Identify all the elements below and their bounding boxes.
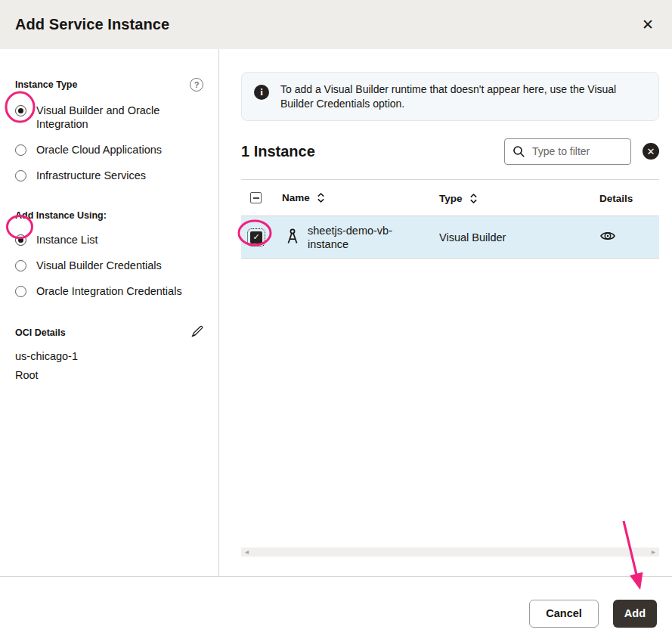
dialog-body: Instance Type ? Visual Builder and Oracl… <box>0 49 672 576</box>
sort-icon[interactable] <box>469 193 478 204</box>
column-header-details: Details <box>599 193 633 204</box>
radio-oracle-integration-credentials[interactable]: Oracle Integration Credentials <box>15 284 203 298</box>
radio-icon <box>15 170 26 181</box>
radio-visual-builder-credentials[interactable]: Visual Builder Credentials <box>15 259 203 272</box>
instance-count-heading: 1 Instance <box>241 143 315 160</box>
edit-pencil-icon[interactable] <box>190 325 203 340</box>
sidebar: Instance Type ? Visual Builder and Oracl… <box>0 49 219 576</box>
radio-icon <box>15 286 26 297</box>
radio-icon <box>15 105 26 116</box>
instance-table: Name Type <box>241 179 659 557</box>
instance-type-label: Instance Type <box>15 79 77 90</box>
radio-oracle-cloud-applications[interactable]: Oracle Cloud Applications <box>15 143 203 157</box>
filter-input[interactable] <box>532 145 623 157</box>
radio-icon <box>15 234 26 246</box>
oci-compartment: Root <box>15 369 203 381</box>
instance-name: sheetjs-demo-vb-instance <box>308 224 407 251</box>
horizontal-scrollbar[interactable]: ◂ ▸ <box>241 547 659 557</box>
radio-icon <box>15 144 26 156</box>
table-empty-area <box>241 259 659 547</box>
info-banner-text: To add a Visual Builder runtime that doe… <box>280 82 646 110</box>
info-icon: i <box>254 85 269 100</box>
search-icon <box>513 145 525 158</box>
table-row[interactable]: ✓ sheetjs-demo-vb-instance Visual Bu <box>241 216 659 259</box>
scroll-right-icon[interactable]: ▸ <box>652 548 655 556</box>
dialog-title: Add Service Instance <box>15 16 169 33</box>
sort-icon[interactable] <box>317 192 325 203</box>
visual-builder-instance-icon <box>285 228 300 247</box>
cancel-button[interactable]: Cancel <box>529 600 599 628</box>
row-checkbox[interactable]: ✓ <box>250 231 262 244</box>
close-icon[interactable]: ✕ <box>639 14 657 35</box>
main-panel: i To add a Visual Builder runtime that d… <box>219 49 672 576</box>
clear-filter-icon[interactable]: ✕ <box>643 143 659 160</box>
add-instance-using-label: Add Instance Using: <box>15 210 107 221</box>
radio-infrastructure-services[interactable]: Infrastructure Services <box>15 169 203 182</box>
radio-icon <box>15 260 26 271</box>
select-all-checkbox[interactable] <box>250 192 262 203</box>
help-icon[interactable]: ? <box>190 78 203 92</box>
info-banner: i To add a Visual Builder runtime that d… <box>241 72 659 121</box>
oci-details-label: OCI Details <box>15 327 66 338</box>
add-button[interactable]: Add <box>613 600 657 628</box>
details-eye-icon[interactable] <box>599 228 616 244</box>
column-header-name[interactable]: Name <box>282 192 325 203</box>
dialog-footer: Cancel Add <box>0 576 672 639</box>
instance-type: Visual Builder <box>439 231 506 244</box>
radio-visual-builder-and-oracle-integration[interactable]: Visual Builder and Oracle Integration <box>15 104 203 131</box>
radio-instance-list[interactable]: Instance List <box>15 233 203 247</box>
column-header-type[interactable]: Type <box>439 193 478 204</box>
table-header-row: Name Type <box>241 180 659 216</box>
scroll-left-icon[interactable]: ◂ <box>245 548 249 556</box>
dialog-header: Add Service Instance ✕ <box>0 0 672 49</box>
filter-search-box[interactable] <box>504 138 631 165</box>
oci-region: us-chicago-1 <box>15 350 203 362</box>
